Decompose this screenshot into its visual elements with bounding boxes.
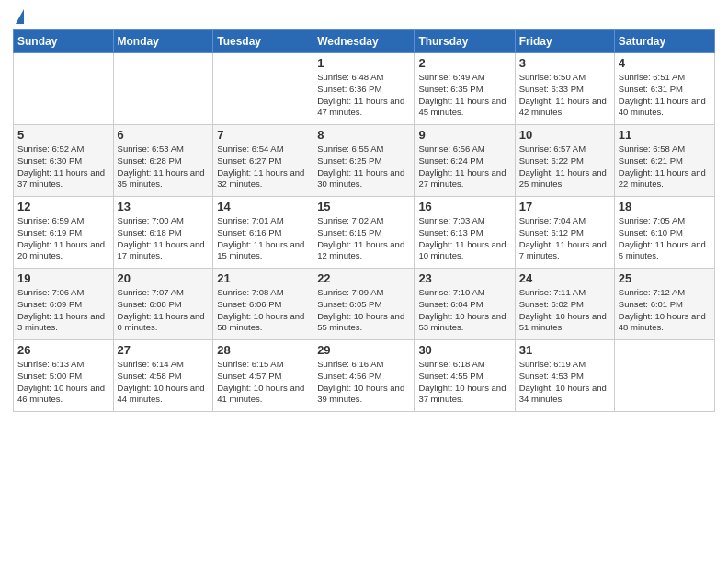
calendar-table: Sunday Monday Tuesday Wednesday Thursday… (13, 29, 715, 412)
calendar-cell: 1Sunrise: 6:48 AM Sunset: 6:36 PM Daylig… (313, 53, 415, 125)
col-saturday: Saturday (614, 30, 714, 53)
calendar-cell (614, 340, 714, 412)
calendar-cell (213, 53, 313, 125)
day-number: 14 (217, 200, 309, 213)
day-number: 5 (17, 128, 109, 142)
logo (13, 9, 24, 22)
col-friday: Friday (515, 30, 614, 53)
col-wednesday: Wednesday (313, 30, 415, 53)
calendar-cell: 18Sunrise: 7:05 AM Sunset: 6:10 PM Dayli… (614, 197, 714, 269)
day-number: 3 (519, 56, 610, 70)
day-number: 17 (519, 200, 610, 213)
day-number: 2 (418, 56, 510, 70)
day-info: Sunrise: 7:12 AM Sunset: 6:01 PM Dayligh… (619, 287, 711, 334)
day-number: 20 (118, 271, 210, 285)
col-sunday: Sunday (14, 30, 114, 53)
calendar-cell: 13Sunrise: 7:00 AM Sunset: 6:18 PM Dayli… (113, 197, 213, 269)
calendar-week-row: 1Sunrise: 6:48 AM Sunset: 6:36 PM Daylig… (14, 53, 715, 125)
day-info: Sunrise: 6:54 AM Sunset: 6:27 PM Dayligh… (217, 144, 309, 190)
day-number: 19 (17, 271, 109, 285)
calendar-cell: 9Sunrise: 6:56 AM Sunset: 6:24 PM Daylig… (415, 125, 515, 197)
calendar-cell: 15Sunrise: 7:02 AM Sunset: 6:15 PM Dayli… (313, 197, 415, 269)
day-info: Sunrise: 6:53 AM Sunset: 6:28 PM Dayligh… (118, 144, 210, 190)
calendar-cell: 12Sunrise: 6:59 AM Sunset: 6:19 PM Dayli… (14, 197, 114, 269)
day-info: Sunrise: 6:50 AM Sunset: 6:33 PM Dayligh… (519, 72, 610, 119)
logo-triangle-icon (16, 9, 24, 24)
day-info: Sunrise: 7:05 AM Sunset: 6:10 PM Dayligh… (619, 215, 711, 262)
day-number: 22 (317, 271, 410, 285)
day-info: Sunrise: 7:07 AM Sunset: 6:08 PM Dayligh… (118, 287, 210, 334)
calendar-cell: 24Sunrise: 7:11 AM Sunset: 6:02 PM Dayli… (515, 269, 614, 340)
calendar-cell: 5Sunrise: 6:52 AM Sunset: 6:30 PM Daylig… (14, 125, 114, 197)
day-number: 8 (317, 128, 410, 142)
calendar-week-row: 26Sunrise: 6:13 AM Sunset: 5:00 PM Dayli… (14, 340, 715, 412)
calendar-cell: 7Sunrise: 6:54 AM Sunset: 6:27 PM Daylig… (213, 125, 313, 197)
calendar-cell: 8Sunrise: 6:55 AM Sunset: 6:25 PM Daylig… (313, 125, 415, 197)
calendar-week-row: 12Sunrise: 6:59 AM Sunset: 6:19 PM Dayli… (14, 197, 715, 269)
col-tuesday: Tuesday (213, 30, 313, 53)
day-info: Sunrise: 6:48 AM Sunset: 6:36 PM Dayligh… (317, 72, 410, 119)
calendar-cell: 25Sunrise: 7:12 AM Sunset: 6:01 PM Dayli… (614, 269, 714, 340)
calendar-week-row: 5Sunrise: 6:52 AM Sunset: 6:30 PM Daylig… (14, 125, 715, 197)
calendar-cell: 4Sunrise: 6:51 AM Sunset: 6:31 PM Daylig… (614, 53, 714, 125)
calendar-cell: 27Sunrise: 6:14 AM Sunset: 4:58 PM Dayli… (113, 340, 213, 412)
day-number: 12 (17, 200, 109, 213)
day-info: Sunrise: 7:09 AM Sunset: 6:05 PM Dayligh… (317, 287, 410, 334)
day-number: 31 (519, 343, 610, 357)
day-info: Sunrise: 6:52 AM Sunset: 6:30 PM Dayligh… (17, 144, 109, 190)
calendar-cell: 6Sunrise: 6:53 AM Sunset: 6:28 PM Daylig… (113, 125, 213, 197)
calendar-cell: 16Sunrise: 7:03 AM Sunset: 6:13 PM Dayli… (415, 197, 515, 269)
day-info: Sunrise: 7:08 AM Sunset: 6:06 PM Dayligh… (217, 287, 309, 334)
day-info: Sunrise: 6:59 AM Sunset: 6:19 PM Dayligh… (17, 215, 109, 262)
day-number: 7 (217, 128, 309, 142)
day-info: Sunrise: 6:14 AM Sunset: 4:58 PM Dayligh… (118, 359, 210, 406)
day-info: Sunrise: 6:49 AM Sunset: 6:35 PM Dayligh… (418, 72, 510, 119)
day-number: 21 (217, 271, 309, 285)
col-thursday: Thursday (415, 30, 515, 53)
page: Sunday Monday Tuesday Wednesday Thursday… (0, 0, 728, 563)
day-number: 30 (418, 343, 510, 357)
day-number: 23 (418, 271, 510, 285)
calendar-cell: 26Sunrise: 6:13 AM Sunset: 5:00 PM Dayli… (14, 340, 114, 412)
calendar-cell: 14Sunrise: 7:01 AM Sunset: 6:16 PM Dayli… (213, 197, 313, 269)
day-number: 1 (317, 56, 410, 70)
day-number: 28 (217, 343, 309, 357)
day-number: 18 (619, 200, 711, 213)
day-number: 9 (418, 128, 510, 142)
calendar-cell: 22Sunrise: 7:09 AM Sunset: 6:05 PM Dayli… (313, 269, 415, 340)
day-number: 10 (519, 128, 610, 142)
calendar-cell: 23Sunrise: 7:10 AM Sunset: 6:04 PM Dayli… (415, 269, 515, 340)
day-info: Sunrise: 6:51 AM Sunset: 6:31 PM Dayligh… (619, 72, 711, 119)
day-number: 16 (418, 200, 510, 213)
calendar-cell: 31Sunrise: 6:19 AM Sunset: 4:53 PM Dayli… (515, 340, 614, 412)
day-info: Sunrise: 6:57 AM Sunset: 6:22 PM Dayligh… (519, 144, 610, 190)
calendar-header-row: Sunday Monday Tuesday Wednesday Thursday… (14, 30, 715, 53)
day-number: 25 (619, 271, 711, 285)
header (13, 9, 715, 22)
calendar-cell: 29Sunrise: 6:16 AM Sunset: 4:56 PM Dayli… (313, 340, 415, 412)
calendar-cell: 19Sunrise: 7:06 AM Sunset: 6:09 PM Dayli… (14, 269, 114, 340)
calendar-cell: 20Sunrise: 7:07 AM Sunset: 6:08 PM Dayli… (113, 269, 213, 340)
day-info: Sunrise: 6:15 AM Sunset: 4:57 PM Dayligh… (217, 359, 309, 406)
day-info: Sunrise: 6:55 AM Sunset: 6:25 PM Dayligh… (317, 144, 410, 190)
calendar-cell: 11Sunrise: 6:58 AM Sunset: 6:21 PM Dayli… (614, 125, 714, 197)
day-info: Sunrise: 7:11 AM Sunset: 6:02 PM Dayligh… (519, 287, 610, 334)
calendar-cell: 17Sunrise: 7:04 AM Sunset: 6:12 PM Dayli… (515, 197, 614, 269)
day-number: 26 (17, 343, 109, 357)
day-number: 11 (619, 128, 711, 142)
calendar-cell: 3Sunrise: 6:50 AM Sunset: 6:33 PM Daylig… (515, 53, 614, 125)
day-info: Sunrise: 6:19 AM Sunset: 4:53 PM Dayligh… (519, 359, 610, 406)
calendar-cell: 28Sunrise: 6:15 AM Sunset: 4:57 PM Dayli… (213, 340, 313, 412)
day-number: 4 (619, 56, 711, 70)
day-info: Sunrise: 6:18 AM Sunset: 4:55 PM Dayligh… (418, 359, 510, 406)
day-number: 24 (519, 271, 610, 285)
calendar-cell: 30Sunrise: 6:18 AM Sunset: 4:55 PM Dayli… (415, 340, 515, 412)
day-info: Sunrise: 7:04 AM Sunset: 6:12 PM Dayligh… (519, 215, 610, 262)
day-info: Sunrise: 7:02 AM Sunset: 6:15 PM Dayligh… (317, 215, 410, 262)
day-number: 15 (317, 200, 410, 213)
day-info: Sunrise: 6:56 AM Sunset: 6:24 PM Dayligh… (418, 144, 510, 190)
day-info: Sunrise: 7:10 AM Sunset: 6:04 PM Dayligh… (418, 287, 510, 334)
day-number: 6 (118, 128, 210, 142)
day-info: Sunrise: 7:03 AM Sunset: 6:13 PM Dayligh… (418, 215, 510, 262)
calendar-cell (14, 53, 114, 125)
